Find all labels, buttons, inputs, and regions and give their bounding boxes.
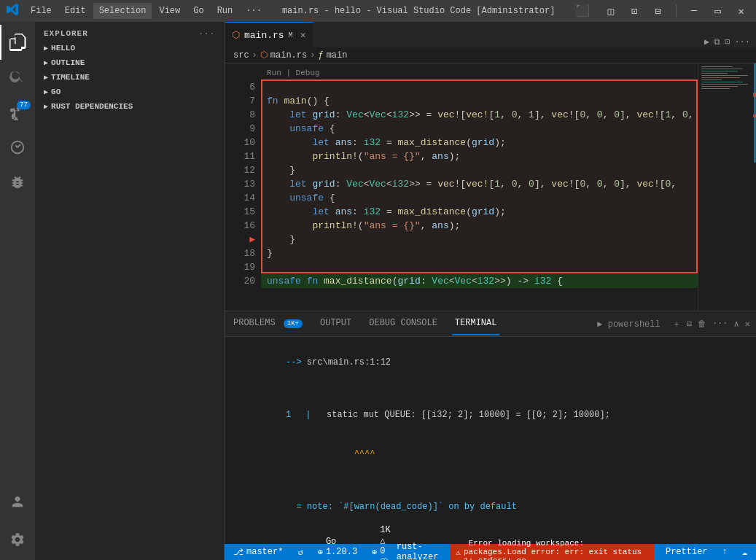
tab-debug-console[interactable]: DEBUG CONSOLE (366, 312, 440, 335)
menu-selection[interactable]: Selection (93, 3, 152, 19)
line-num-12: 12 (225, 163, 255, 177)
tab-output[interactable]: OUTPUT (317, 312, 354, 335)
vscode-logo-icon (6, 3, 19, 20)
minimize-button[interactable]: ─ (685, 2, 703, 20)
more-terminal-icon[interactable]: ··· (712, 319, 728, 329)
run-debug-hint: Run | Debug (261, 66, 698, 80)
run-debug-activity-icon[interactable] (0, 130, 35, 165)
code-content[interactable]: Run | Debug fn main() { let grid: Vec<Ve… (261, 63, 698, 311)
menu-more[interactable]: ··· (240, 3, 268, 19)
line-num-19: 19 (225, 260, 255, 274)
panel-layout-icon[interactable]: ⊟ (649, 2, 666, 20)
error-message-item[interactable]: ⚠ Error loading workspace: packages.Load… (450, 544, 654, 560)
line-num-6: 6 (225, 80, 255, 94)
arrow-icon: ▶ (44, 44, 48, 52)
line-num-17: ▶ (225, 233, 255, 246)
accounts-activity-icon[interactable] (0, 484, 35, 519)
sidebar-item-rust-deps[interactable]: ▶ RUST DEPENDENCIES (35, 99, 224, 114)
line-num-13: 13 (225, 177, 255, 191)
tab-problems[interactable]: PROBLEMS 1K+ (230, 312, 305, 335)
problems-badge: 1K+ (284, 319, 303, 328)
sidebar-item-outline[interactable]: ▶ OUTLINE (35, 55, 224, 70)
terminal-split-icon[interactable]: ⊟ (687, 319, 692, 330)
sidebar-rust-deps-label: RUST DEPENDENCIES (51, 102, 133, 111)
minimap[interactable] (698, 63, 756, 311)
go-icon: ⊕ (318, 547, 323, 558)
terminal-content[interactable]: --> src\main.rs:1:12 1 | static mut QUEU… (225, 337, 756, 544)
terminal-collapse-icon[interactable]: ∧ (734, 319, 739, 330)
note-label: = note: `#[warn(dead_code)]` on by defau… (286, 502, 517, 512)
error-icon-triangle: ⚠ (456, 548, 461, 557)
code-line-6 (261, 80, 698, 94)
titlebar-left: File Edit Selection View Go Run ··· (6, 3, 268, 20)
tab-close-button[interactable]: ✕ (300, 29, 306, 41)
minimap-error-decoration-2 (753, 114, 756, 117)
arrow-icon: ▶ (44, 73, 48, 82)
menu-edit[interactable]: Edit (59, 3, 92, 19)
code-line-10: let ans: i32 = max_distance(grid); (261, 136, 698, 149)
problems-count: 1K △ 0 ⓘ 1 (380, 525, 390, 560)
problems-count-item[interactable]: ⊕ 1K △ 0 ⓘ 1 (369, 525, 394, 560)
run-icon[interactable]: ▶ (704, 36, 709, 47)
sidebar-item-timeline[interactable]: ▶ TIMELINE (35, 70, 224, 85)
prettier-item[interactable]: Prettier (663, 547, 711, 557)
sync-item[interactable]: ↺ (295, 547, 305, 558)
rust-file-icon: ⬡ (232, 29, 240, 41)
split-editor-icon[interactable]: ⧉ (714, 37, 720, 47)
run-hint[interactable]: Run | Debug (267, 69, 320, 77)
upload-icon-item[interactable]: ↑ (720, 547, 730, 557)
breadcrumb-fn[interactable]: main (327, 50, 348, 61)
sidebar-layout-icon[interactable]: ⊡ (626, 2, 643, 20)
panel-tab-bar: PROBLEMS 1K+ OUTPUT DEBUG CONSOLE TERMIN… (225, 311, 756, 337)
remote-icon: ☁ (742, 547, 747, 558)
search-activity-icon[interactable] (0, 60, 35, 95)
sidebar-item-go[interactable]: ▶ GO (35, 85, 224, 99)
code-line-20: unsafe fn max_distance(grid: Vec<Vec<i32… (261, 274, 698, 288)
status-bar-right: rust-analyzer ⚠ Error loading workspace:… (394, 542, 750, 560)
terminal-location: src\main.rs:1:12 (307, 357, 391, 368)
code-line-13: let grid: Vec<Vec<i32>> = vec![vec![1, 0… (261, 177, 698, 191)
tab-terminal[interactable]: TERMINAL (452, 312, 500, 335)
minimap-error-decoration (753, 93, 756, 97)
more-actions-icon[interactable]: ··· (734, 37, 750, 47)
new-terminal-icon[interactable]: ▶ powershell (597, 319, 660, 330)
source-control-activity-icon[interactable]: 77 (0, 95, 35, 130)
customize-layout-icon[interactable]: ⊡ (725, 36, 730, 47)
line-numbers: 6 7 8 9 10 11 12 13 14 15 16 ▶ 18 19 20 (225, 63, 261, 311)
panel-actions: ▶ powershell ＋ ⊟ 🗑 ··· ∧ ✕ (597, 318, 750, 330)
line-num-14: 14 (225, 191, 255, 205)
menu-view[interactable]: View (153, 3, 186, 19)
code-line-14: unsafe { (261, 191, 698, 205)
breadcrumb-file[interactable]: main.rs (270, 50, 307, 61)
line-number-1: 1 (286, 408, 300, 421)
close-button[interactable]: ✕ (733, 2, 750, 20)
broadcast-icon[interactable]: ⬛ (569, 1, 596, 21)
maximize-button[interactable]: ▭ (709, 2, 726, 20)
code-editor[interactable]: 6 7 8 9 10 11 12 13 14 15 16 ▶ 18 19 20 … (225, 63, 756, 311)
extensions-activity-icon[interactable] (0, 165, 35, 200)
arrow-indicator: --> (286, 357, 302, 368)
sidebar-item-hello[interactable]: ▶ HELLO (35, 41, 224, 55)
sidebar-timeline-label: TIMELINE (51, 73, 90, 82)
rust-analyzer-item[interactable]: rust-analyzer (394, 542, 442, 560)
split-terminal-icon[interactable]: ＋ (672, 318, 681, 330)
kill-terminal-icon[interactable]: 🗑 (698, 319, 706, 330)
sidebar-title: Explorer (44, 29, 88, 38)
settings-activity-icon[interactable] (0, 522, 35, 557)
terminal-close-icon[interactable]: ✕ (745, 319, 750, 330)
explorer-activity-icon[interactable] (0, 25, 35, 60)
breadcrumb-fn-icon: ƒ (318, 50, 323, 61)
upload-icon: ↑ (722, 547, 728, 557)
editor-area: ⬡ main.rs M ✕ ▶ ⧉ ⊡ ··· src › ⬡ main.rs … (225, 22, 756, 560)
remote-icon-item[interactable]: ☁ (739, 547, 750, 558)
arrow-icon: ▶ (44, 102, 48, 111)
go-version-item[interactable]: ⊕ Go 1.20.3 ↑ (315, 537, 360, 560)
breadcrumb-src[interactable]: src (233, 50, 249, 61)
menu-run[interactable]: Run (211, 3, 239, 19)
tab-main-rs[interactable]: ⬡ main.rs M ✕ (225, 22, 313, 47)
sidebar-more-icon[interactable]: ··· (198, 29, 215, 38)
menu-go[interactable]: Go (187, 3, 209, 19)
layout-icon[interactable]: ◫ (601, 2, 619, 20)
menu-file[interactable]: File (25, 3, 58, 19)
git-branch-item[interactable]: ⎇ master* (230, 547, 286, 558)
